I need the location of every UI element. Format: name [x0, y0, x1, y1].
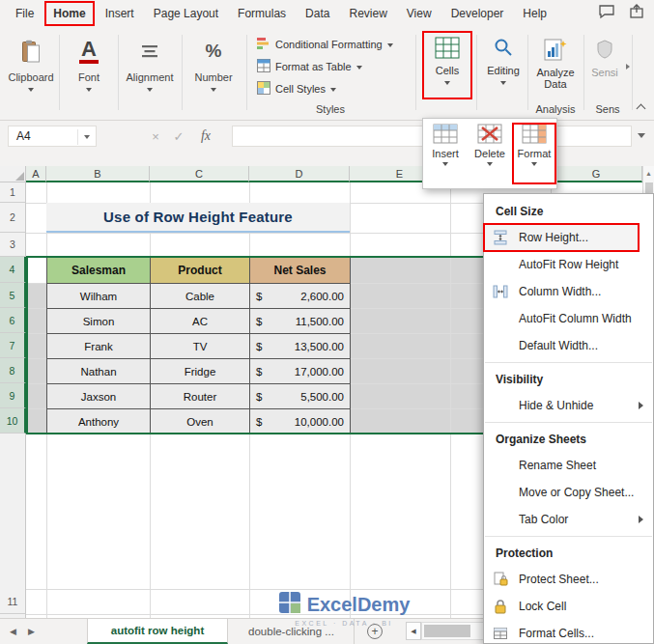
- enter-button[interactable]: ✓: [168, 126, 189, 147]
- product-cell[interactable]: Cable: [151, 284, 250, 309]
- conditional-formatting-button[interactable]: Conditional Formatting: [257, 34, 393, 55]
- header-product[interactable]: Product: [151, 258, 250, 284]
- tab-page-layout[interactable]: Page Layout: [144, 0, 228, 27]
- horizontal-scrollbar-thumb[interactable]: [424, 625, 470, 637]
- delete-menu-button[interactable]: Delete: [469, 124, 511, 183]
- row-header-4[interactable]: 4: [0, 257, 26, 283]
- net-sales-cell[interactable]: $17,000.00: [250, 359, 351, 384]
- tab-developer[interactable]: Developer: [441, 0, 514, 27]
- format-as-table-button[interactable]: Format as Table: [257, 56, 362, 77]
- product-cell[interactable]: AC: [151, 309, 250, 334]
- net-sales-cell[interactable]: $5,500.00: [250, 384, 351, 409]
- sensitivity-button[interactable]: Sensi: [585, 32, 624, 102]
- active-cell-a4[interactable]: [26, 257, 46, 283]
- next-sheet-icon[interactable]: [28, 627, 35, 636]
- menu-item-autofit-column-width[interactable]: AutoFit Column Width: [484, 305, 653, 332]
- flyout-arrow-icon[interactable]: [626, 64, 630, 70]
- editing-button[interactable]: Editing: [479, 30, 527, 100]
- menu-item-hide-unhide[interactable]: Hide & Unhide: [484, 392, 653, 419]
- row-header-3[interactable]: 3: [0, 233, 26, 257]
- column-header-b[interactable]: B: [46, 166, 150, 182]
- cells-dropdown-menu: Insert Delete Format: [422, 118, 557, 189]
- column-header-c[interactable]: C: [150, 166, 249, 182]
- format-cells-icon: [522, 124, 547, 146]
- menu-item-row-height[interactable]: Row Height...: [484, 224, 639, 251]
- row-header-8[interactable]: 8: [0, 358, 26, 383]
- tab-home[interactable]: Home: [43, 0, 95, 27]
- cell-styles-button[interactable]: Cell Styles: [257, 78, 336, 99]
- row-header-9[interactable]: 9: [0, 383, 26, 408]
- row-header-5[interactable]: 5: [0, 283, 26, 308]
- row-header-11[interactable]: 11: [0, 589, 26, 614]
- chevron-down-icon: [86, 88, 92, 92]
- salesman-cell[interactable]: Frank: [47, 334, 151, 359]
- currency-symbol: $: [256, 316, 262, 327]
- name-box[interactable]: A4: [8, 126, 97, 147]
- menu-item-move-copy-sheet[interactable]: Move or Copy Sheet...: [484, 479, 653, 506]
- menu-item-protect-sheet[interactable]: Protect Sheet...: [484, 566, 653, 593]
- tab-file[interactable]: File: [6, 0, 43, 27]
- insert-menu-button[interactable]: Insert: [424, 124, 467, 183]
- tab-review[interactable]: Review: [339, 0, 396, 27]
- font-group-button[interactable]: A Font: [62, 29, 116, 118]
- net-sales-cell[interactable]: $11,500.00: [250, 309, 351, 334]
- tab-help[interactable]: Help: [513, 0, 556, 27]
- insert-function-button[interactable]: fx: [195, 126, 216, 147]
- comment-icon[interactable]: [598, 4, 615, 23]
- column-header-g[interactable]: G: [551, 166, 642, 182]
- menu-item-default-width[interactable]: Default Width...: [484, 332, 653, 359]
- product-cell[interactable]: Fridge: [151, 359, 250, 384]
- prev-sheet-icon[interactable]: [10, 627, 16, 636]
- collapse-ribbon-icon[interactable]: [637, 104, 646, 114]
- alignment-group-button[interactable]: Alignment: [120, 29, 180, 118]
- menu-item-tab-color[interactable]: Tab Color: [484, 506, 653, 533]
- row-header-7[interactable]: 7: [0, 333, 26, 358]
- analyze-data-button[interactable]: AnalyzeData: [529, 32, 582, 102]
- header-net-sales[interactable]: Net Sales: [250, 258, 351, 284]
- cells-button[interactable]: Cells: [421, 30, 473, 100]
- net-sales-cell[interactable]: $10,000.00: [250, 409, 351, 434]
- row-header-2[interactable]: 2: [0, 203, 26, 233]
- product-cell[interactable]: Oven: [151, 409, 250, 434]
- analysis-group-label: Analysis: [529, 103, 582, 115]
- sensitivity-button-label: Sensi: [591, 67, 618, 78]
- product-cell[interactable]: Router: [151, 384, 250, 409]
- product-cell[interactable]: TV: [151, 334, 250, 359]
- tab-insert[interactable]: Insert: [96, 0, 144, 27]
- menu-item-rename-sheet[interactable]: Rename Sheet: [484, 452, 653, 479]
- column-header-a[interactable]: A: [26, 166, 46, 182]
- menu-item-column-width[interactable]: Column Width...: [484, 278, 653, 305]
- menu-separator: [485, 422, 652, 423]
- column-header-d[interactable]: D: [249, 166, 350, 182]
- salesman-cell[interactable]: Nathan: [47, 359, 151, 384]
- net-sales-cell[interactable]: $2,600.00: [250, 284, 351, 309]
- net-sales-cell[interactable]: $13,500.00: [250, 334, 351, 359]
- clipboard-group-button[interactable]: Clipboard: [4, 29, 58, 118]
- scroll-left-icon[interactable]: [406, 622, 421, 640]
- menu-item-lock-cell[interactable]: Lock Cell: [484, 593, 653, 620]
- new-sheet-button[interactable]: [367, 624, 383, 639]
- tab-view[interactable]: View: [397, 0, 441, 27]
- share-icon[interactable]: [629, 4, 644, 23]
- scroll-up-icon[interactable]: [643, 166, 654, 181]
- menu-item-format-cells[interactable]: Format Cells...: [484, 620, 653, 644]
- sheet-tab-double-clicking[interactable]: double-clicking ...: [229, 619, 355, 644]
- tab-data[interactable]: Data: [296, 0, 339, 27]
- menu-item-autofit-row-height[interactable]: AutoFit Row Height: [484, 251, 653, 278]
- row-header-6[interactable]: 6: [0, 308, 26, 333]
- expand-formula-bar-icon[interactable]: [638, 133, 645, 138]
- salesman-cell[interactable]: Anthony: [47, 409, 151, 434]
- tab-formulas[interactable]: Formulas: [228, 0, 296, 27]
- sheet-title-cell[interactable]: Use of Row Height Feature: [46, 203, 350, 233]
- row-header-10[interactable]: 10: [0, 408, 26, 434]
- salesman-cell[interactable]: Simon: [47, 309, 151, 334]
- sheet-tab-autofit-row-height[interactable]: autofit row height: [87, 619, 228, 644]
- header-salesman[interactable]: Salesman: [47, 258, 151, 284]
- format-menu-button[interactable]: Format: [513, 124, 555, 183]
- cancel-button[interactable]: ×: [145, 126, 166, 147]
- salesman-cell[interactable]: Jaxson: [47, 384, 151, 409]
- salesman-cell[interactable]: Wilham: [47, 284, 151, 309]
- row-header-1[interactable]: 1: [0, 182, 26, 203]
- select-all-corner[interactable]: [0, 166, 26, 182]
- number-group-button[interactable]: % Number: [184, 29, 243, 118]
